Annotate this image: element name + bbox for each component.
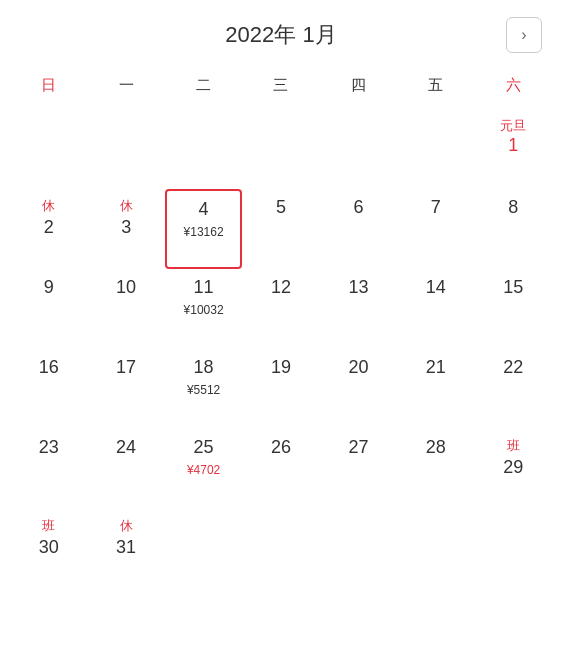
day-11[interactable]: 11 ¥10032 [165,269,242,349]
calendar-grid: 元旦 1 休 2 休 3 4 ¥13162 5 6 7 8 9 [10,109,552,589]
empty-cell [165,509,242,589]
day-label-29: 班 [507,437,520,455]
day-number-11: 11 [194,277,214,299]
day-20[interactable]: 20 [320,349,397,429]
empty-cell [165,109,242,189]
day-19[interactable]: 19 [242,349,319,429]
day-7[interactable]: 7 [397,189,474,269]
day-label-31: 休 [120,517,133,535]
day-8[interactable]: 8 [475,189,552,269]
holiday-label-yuandan: 元旦 [500,117,526,135]
day-number-5: 5 [276,197,286,219]
day-24[interactable]: 24 [87,429,164,509]
day-28[interactable]: 28 [397,429,474,509]
day-number-6: 6 [353,197,363,219]
day-number-3: 3 [121,217,131,239]
day-3[interactable]: 休 3 [87,189,164,269]
day-25[interactable]: 25 ¥4702 [165,429,242,509]
day-price-11: ¥10032 [184,303,224,317]
empty-cell [87,109,164,189]
day-number-10: 10 [116,277,136,299]
next-month-button[interactable]: › [506,17,542,53]
day-number-17: 17 [116,357,136,379]
day-price-18: ¥5512 [187,383,220,397]
day-5[interactable]: 5 [242,189,319,269]
day-number-23: 23 [39,437,59,459]
day-number-27: 27 [348,437,368,459]
day-1[interactable]: 元旦 1 [475,109,552,189]
day-12[interactable]: 12 [242,269,319,349]
day-18[interactable]: 18 ¥5512 [165,349,242,429]
day-23[interactable]: 23 [10,429,87,509]
weekday-header: 日 一 二 三 四 五 六 [10,70,552,101]
day-number-25: 25 [194,437,214,459]
day-4[interactable]: 4 ¥13162 [165,189,242,269]
empty-cell [242,109,319,189]
weekday-tue: 二 [165,70,242,101]
calendar-header: 2022年 1月 › [10,20,552,50]
day-31[interactable]: 休 31 [87,509,164,589]
empty-cell [10,109,87,189]
day-price-25: ¥4702 [187,463,220,477]
weekday-sat: 六 [475,70,552,101]
day-2[interactable]: 休 2 [10,189,87,269]
day-price-4: ¥13162 [184,225,224,239]
empty-cell [320,109,397,189]
day-number-4: 4 [199,199,209,221]
day-label-2: 休 [42,197,55,215]
empty-cell [397,509,474,589]
day-10[interactable]: 10 [87,269,164,349]
day-number-19: 19 [271,357,291,379]
day-22[interactable]: 22 [475,349,552,429]
calendar-container: 2022年 1月 › 日 一 二 三 四 五 六 元旦 1 休 2 休 3 [0,0,562,645]
day-13[interactable]: 13 [320,269,397,349]
day-14[interactable]: 14 [397,269,474,349]
day-21[interactable]: 21 [397,349,474,429]
day-number-26: 26 [271,437,291,459]
empty-cell [397,109,474,189]
day-number-8: 8 [508,197,518,219]
day-26[interactable]: 26 [242,429,319,509]
day-label-30: 班 [42,517,55,535]
weekday-wed: 三 [242,70,319,101]
day-29[interactable]: 班 29 [475,429,552,509]
day-number-18: 18 [194,357,214,379]
day-number-7: 7 [431,197,441,219]
day-label-3: 休 [120,197,133,215]
day-number-30: 30 [39,537,59,559]
day-6[interactable]: 6 [320,189,397,269]
day-number-21: 21 [426,357,446,379]
empty-cell [320,509,397,589]
day-number-13: 13 [348,277,368,299]
weekday-sun: 日 [10,70,87,101]
day-9[interactable]: 9 [10,269,87,349]
day-number-31: 31 [116,537,136,559]
day-number-1: 1 [508,135,518,157]
day-16[interactable]: 16 [10,349,87,429]
day-number-9: 9 [44,277,54,299]
weekday-mon: 一 [87,70,164,101]
day-number-16: 16 [39,357,59,379]
weekday-thu: 四 [320,70,397,101]
weekday-fri: 五 [397,70,474,101]
day-number-29: 29 [503,457,523,479]
calendar-title: 2022年 1月 [225,20,336,50]
day-number-12: 12 [271,277,291,299]
empty-cell [475,509,552,589]
day-number-28: 28 [426,437,446,459]
day-17[interactable]: 17 [87,349,164,429]
day-27[interactable]: 27 [320,429,397,509]
day-number-14: 14 [426,277,446,299]
day-number-15: 15 [503,277,523,299]
day-30[interactable]: 班 30 [10,509,87,589]
day-number-2: 2 [44,217,54,239]
day-number-24: 24 [116,437,136,459]
day-15[interactable]: 15 [475,269,552,349]
day-number-20: 20 [348,357,368,379]
empty-cell [242,509,319,589]
day-number-22: 22 [503,357,523,379]
